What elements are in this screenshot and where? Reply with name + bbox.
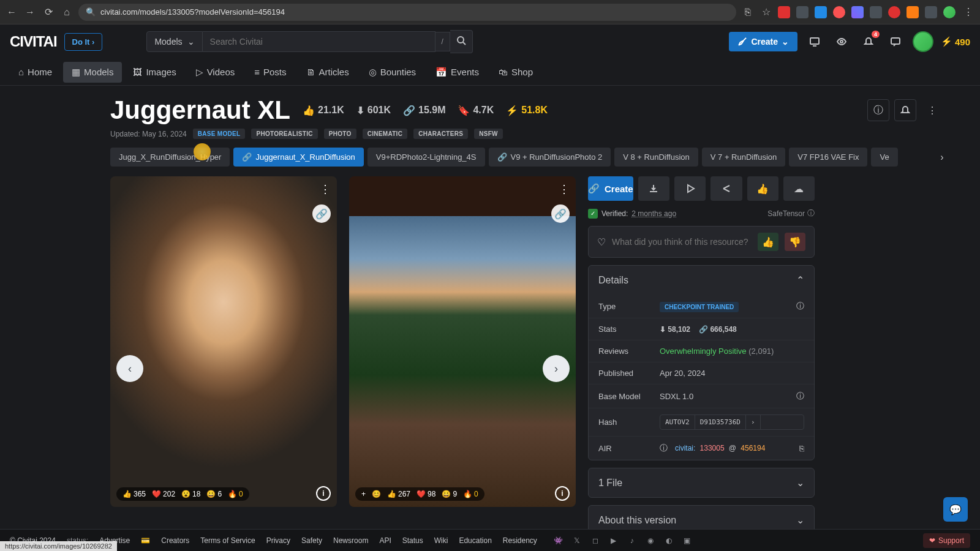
nav-shop[interactable]: 🛍 Shop [490,62,541,82]
nav-events[interactable]: 📅 Events [427,62,488,83]
hash-box[interactable]: AUTOV2D91D35736D› [660,414,804,430]
footer-link[interactable]: Privacy [266,536,290,545]
forward-icon[interactable]: → [23,6,37,19]
footer-link[interactable]: Terms of Service [200,536,255,545]
nav-posts[interactable]: ≡ Posts [246,62,295,82]
stat-downloads[interactable]: ⬇ 601K [356,105,391,116]
search-input[interactable] [203,31,435,52]
chat-icon[interactable] [886,32,905,51]
info-icon[interactable]: i [316,486,331,501]
stat-likes[interactable]: 👍 21.1K [303,105,344,116]
react-add[interactable]: + [361,490,366,498]
create-resource-button[interactable]: 🔗 Create [588,176,633,201]
ext-download-icon[interactable] [925,6,937,18]
share-button[interactable] [710,176,742,201]
version-tab[interactable]: V 7 + RunDiffusion [702,148,786,167]
footer-link[interactable]: Wiki [434,536,448,545]
more-button[interactable]: ⋮ [921,99,943,121]
info-button[interactable]: ⓘ [867,99,889,121]
monitor-icon[interactable] [805,32,824,51]
search-category[interactable]: Models ⌄ [146,31,202,52]
ext-icon[interactable] [815,6,827,18]
nav-images[interactable]: 🖼 Images [124,62,184,82]
tag[interactable]: PHOTO [324,129,356,139]
version-tab[interactable]: V9+RDPhoto2-Lightning_4S [368,148,485,167]
notify-button[interactable] [894,99,916,121]
download-button[interactable] [638,176,669,201]
back-icon[interactable]: ← [5,6,18,19]
nav-bounties[interactable]: ◎ Bounties [360,62,424,83]
x-icon[interactable]: 𝕏 [571,535,582,546]
reload-icon[interactable]: ⟳ [42,6,55,19]
reactions-bar[interactable]: 👍365 ❤️202 😮18 😀6 🔥0 [116,487,249,501]
discord-icon[interactable]: 👾 [553,535,564,546]
file-panel[interactable]: 1 File⌄ [588,468,815,498]
address-bar[interactable]: 🔍civitai.com/models/133005?modelVersionI… [78,4,736,21]
tag[interactable]: BASE MODEL [193,129,246,139]
twitch-icon[interactable]: ▣ [682,535,693,546]
tag[interactable]: PHOTOREALISTIC [251,129,317,139]
info-icon[interactable]: ⓘ [796,301,804,312]
footer-link[interactable]: Residency [503,536,537,545]
footer-link[interactable]: Safety [301,536,322,545]
ext-icon[interactable] [888,6,900,18]
like-button[interactable]: 👍 [747,176,778,201]
gallery-prev-button[interactable]: ‹ [116,355,143,382]
card-menu-icon[interactable]: ⋮ [320,182,331,196]
ext-icon[interactable] [833,6,845,18]
github-icon[interactable]: ◐ [663,535,674,546]
thumbs-down-button[interactable]: 👎 [785,233,805,251]
link-icon[interactable]: 🔗 [551,204,570,223]
ext-icon[interactable] [851,6,864,18]
stat-buzz[interactable]: ⚡ 51.8K [506,105,548,116]
install-icon[interactable]: ⎘ [741,6,755,19]
stat-links[interactable]: 🔗 15.9M [403,105,445,116]
versions-next-icon[interactable]: › [929,150,943,165]
verified-link[interactable]: 2 months ago [631,209,676,218]
copy-icon[interactable]: ⎘ [799,444,804,453]
profile-icon[interactable] [943,6,956,18]
support-button[interactable]: ❤ Support [923,533,970,548]
bell-icon[interactable]: 4 [859,32,878,51]
version-tab-active[interactable]: 🔗 Juggernaut_X_RunDiffusion [233,148,363,167]
instagram-icon[interactable]: ◻ [590,535,601,546]
tag[interactable]: CINEMATIC [363,129,408,139]
reactions-bar[interactable]: + 😊 👍267 ❤️98 😀9 🔥0 [355,487,484,501]
details-header[interactable]: Details⌃ [589,266,814,294]
avatar[interactable] [913,31,933,52]
doit-button[interactable]: Do It › [64,33,103,51]
footer-link[interactable]: API [379,536,391,545]
reddit-icon[interactable]: ◉ [645,535,656,546]
link-icon[interactable]: 🔗 [312,204,331,223]
stat-bookmarks[interactable]: 🔖 4.7K [458,105,494,116]
info-icon[interactable]: i [555,486,570,501]
tag[interactable]: CHARACTERS [413,129,468,139]
nav-videos[interactable]: ▷ Videos [187,62,244,83]
cloud-button[interactable]: ☁ [783,176,815,201]
footer-link[interactable]: Education [459,536,491,545]
card-menu-icon[interactable]: ⋮ [559,182,570,196]
logo[interactable]: CIVITAI [10,33,57,50]
thumbs-up-button[interactable]: 👍 [758,233,778,251]
ext-icon[interactable] [796,6,809,18]
search-button[interactable] [450,30,473,53]
tiktok-icon[interactable]: ♪ [627,535,638,546]
menu-icon[interactable]: ⋮ [962,6,975,19]
gallery-card[interactable]: ⋮ 🔗 + 😊 👍267 ❤️98 😀9 🔥0 i [349,176,576,507]
home-icon[interactable]: ⌂ [60,6,74,19]
chat-fab[interactable]: 💬 [943,497,968,522]
ext-puzzle-icon[interactable] [907,6,919,18]
eye-icon[interactable] [832,32,851,51]
star-icon[interactable]: ☆ [760,6,773,19]
version-tab[interactable]: Jugg_X_RunDiffusion_Hyper [110,148,230,167]
gallery-next-button[interactable]: › [543,355,570,382]
ext-icon[interactable] [870,6,882,18]
run-button[interactable] [674,176,706,201]
youtube-icon[interactable]: ▶ [608,535,619,546]
version-tab[interactable]: V7 FP16 VAE Fix [789,148,867,167]
ext-adblock-icon[interactable] [778,6,790,18]
version-tab[interactable]: 🔗 V9 + RunDiffusionPhoto 2 [489,148,611,167]
version-tab[interactable]: Ve [871,148,897,167]
nav-articles[interactable]: 🗎 Articles [298,62,358,82]
footer-link[interactable]: Newsroom [333,536,368,545]
